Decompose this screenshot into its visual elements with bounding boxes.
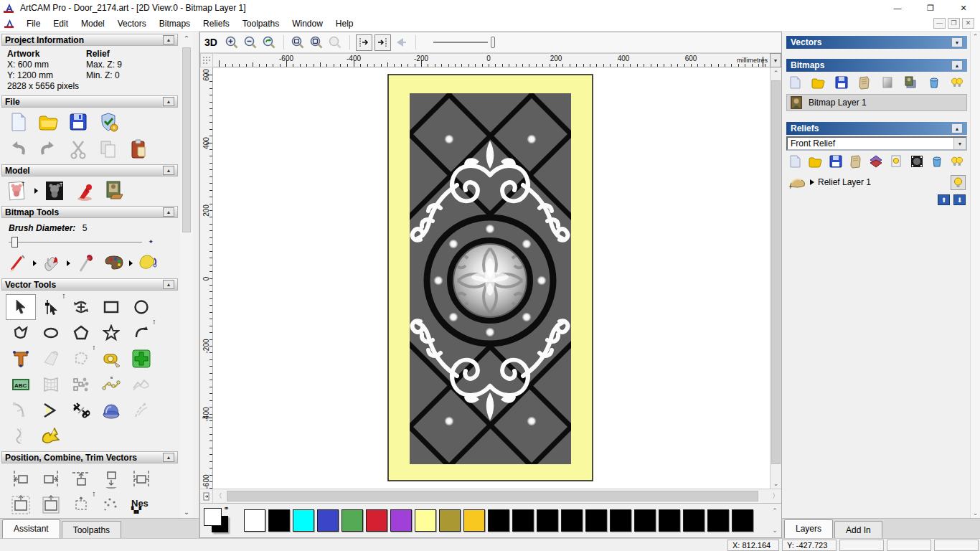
- trim-vectors-tool[interactable]: [66, 397, 96, 423]
- palette-swatch-15[interactable]: [610, 509, 631, 532]
- tab-assistant[interactable]: Assistant: [2, 519, 60, 538]
- menu-item-edit[interactable]: Edit: [47, 16, 75, 31]
- primary-secondary-colours[interactable]: ⚭: [204, 507, 234, 535]
- new-relief-layer-icon[interactable]: [788, 154, 802, 169]
- save-bitmap-layer-icon[interactable]: [834, 75, 849, 90]
- chevron-down-icon[interactable]: ▼: [953, 138, 966, 149]
- scroll-up-icon[interactable]: ⌃: [973, 33, 979, 40]
- palette-swatch-6[interactable]: [390, 509, 412, 532]
- menu-item-bitmaps[interactable]: Bitmaps: [153, 16, 197, 31]
- create-polyline-tool[interactable]: [6, 320, 36, 346]
- fit-curve-tool[interactable]: [96, 372, 126, 397]
- scatter-copies-tool[interactable]: *: [96, 492, 126, 518]
- menu-item-toolpaths[interactable]: Toolpaths: [236, 16, 286, 31]
- tab-add-in[interactable]: Add In: [834, 521, 882, 538]
- scroll-up-icon[interactable]: ⌃: [184, 33, 189, 44]
- relief-greyscale-icon[interactable]: [910, 154, 924, 169]
- bitmap-layer-item[interactable]: Bitmap Layer 1: [786, 94, 967, 111]
- scroll-up-icon[interactable]: ⌃: [771, 67, 781, 78]
- colour-picker-icon[interactable]: [75, 253, 96, 274]
- two-rail-sweep-tool[interactable]: [126, 397, 156, 423]
- delete-bitmap-layer-icon[interactable]: [927, 75, 941, 90]
- join-vectors-tool[interactable]: [36, 397, 66, 423]
- scroll-down-icon[interactable]: ⌄: [184, 507, 189, 518]
- measure-tool[interactable]: [96, 346, 126, 372]
- relief-select-dropdown[interactable]: Front Relief ▼: [786, 136, 967, 151]
- ruler-origin-button[interactable]: [200, 53, 213, 67]
- collapse-button[interactable]: ▲: [163, 280, 174, 289]
- zoom-in-button[interactable]: [224, 34, 240, 51]
- tab-layers[interactable]: Layers: [784, 519, 833, 538]
- bitmap-fill-icon[interactable]: [137, 253, 159, 274]
- colour-palette-icon[interactable]: [103, 253, 125, 274]
- collapse-button[interactable]: ▲: [163, 453, 174, 462]
- palette-swatch-16[interactable]: [634, 509, 656, 532]
- palette-swatch-7[interactable]: [415, 509, 436, 532]
- paste-relief-icon[interactable]: [849, 154, 863, 169]
- centre-in-page-y-tool[interactable]: [36, 492, 66, 518]
- palette-swatch-4[interactable]: [341, 509, 363, 532]
- zoom-previous-button[interactable]: [261, 34, 278, 51]
- profile-tool[interactable]: [6, 423, 36, 449]
- menu-item-help[interactable]: Help: [329, 16, 360, 31]
- canvas-horizontal-scrollbar[interactable]: 〈 〉: [213, 489, 781, 503]
- palette-swatch-20[interactable]: [732, 509, 753, 532]
- collapse-button[interactable]: ▲: [163, 207, 174, 217]
- bitmap-preview-icon[interactable]: [903, 75, 918, 90]
- fillet-tool[interactable]: [6, 397, 36, 423]
- zoom-out-button[interactable]: [242, 34, 259, 51]
- centre-in-page-tool[interactable]: [6, 492, 36, 518]
- create-rectangle-tool[interactable]: [96, 294, 126, 320]
- collapse-button[interactable]: ▲: [163, 166, 174, 175]
- scroll-down-icon[interactable]: ⌄: [772, 527, 778, 534]
- palette-swatch-12[interactable]: [537, 509, 558, 532]
- move-layer-down-button[interactable]: ⬇: [953, 194, 966, 205]
- scroll-down-icon[interactable]: ⌄: [771, 478, 781, 489]
- flood-fill-icon[interactable]: [41, 253, 62, 274]
- switch-3d-view-button[interactable]: 3D: [204, 37, 217, 48]
- primary-colour-swatch[interactable]: [204, 508, 222, 526]
- scroll-down-icon[interactable]: ⌄: [973, 509, 979, 517]
- palette-swatch-5[interactable]: [366, 509, 387, 532]
- palette-swatch-0[interactable]: [244, 509, 265, 532]
- mdi-minimize-button[interactable]: —: [933, 18, 946, 29]
- new-bitmap-layer-icon[interactable]: [788, 75, 802, 90]
- paste-centre-tool[interactable]: ⊺: [66, 492, 96, 518]
- save-model-icon[interactable]: [67, 111, 89, 133]
- menu-item-vectors[interactable]: Vectors: [111, 16, 153, 31]
- transform-vectors-tool[interactable]: [66, 294, 96, 320]
- 2d-view-canvas[interactable]: [213, 67, 770, 489]
- zoom-fit-button[interactable]: [290, 34, 306, 51]
- tab-toolpaths[interactable]: Toolpaths: [62, 521, 121, 538]
- move-layer-up-button[interactable]: ⬆: [938, 194, 950, 205]
- smooth-vectors-tool[interactable]: [126, 372, 156, 397]
- open-bitmap-layer-icon[interactable]: [811, 75, 825, 90]
- snap-grid-toggle-button[interactable]: [374, 34, 391, 51]
- palette-swatch-19[interactable]: [707, 509, 729, 532]
- redo-icon[interactable]: [37, 138, 59, 160]
- flyout-arrow-icon[interactable]: [33, 260, 37, 266]
- scrollbar-thumb[interactable]: [227, 491, 758, 501]
- menu-item-model[interactable]: Model: [75, 16, 111, 31]
- snap-toggle-button[interactable]: [356, 34, 372, 51]
- palette-swatch-18[interactable]: [683, 509, 705, 532]
- scroll-right-icon[interactable]: 〉: [770, 489, 781, 503]
- envelope-distort-tool[interactable]: [36, 372, 66, 397]
- model-properties-icon[interactable]: [98, 111, 119, 133]
- flyout-arrow-icon[interactable]: [67, 260, 70, 266]
- open-model-icon[interactable]: [37, 111, 59, 133]
- paste-bitmap-icon[interactable]: [857, 75, 872, 90]
- wrap-ornament-tool[interactable]: [36, 423, 66, 449]
- create-text-tool[interactable]: [6, 346, 36, 372]
- greyscale-preview-icon[interactable]: T: [7, 180, 29, 202]
- canvas-vertical-scrollbar[interactable]: ⌃ ⌄: [770, 67, 781, 489]
- open-relief-layer-icon[interactable]: [808, 154, 822, 169]
- create-polygon-tool[interactable]: [66, 320, 96, 346]
- trim-polygon-tool[interactable]: ⊺: [66, 346, 96, 372]
- scrollbar-thumb[interactable]: [771, 80, 781, 464]
- mdi-close-button[interactable]: ✕: [962, 18, 974, 29]
- toggle-all-visibility-icon[interactable]: [950, 154, 964, 169]
- block-copy-tool[interactable]: [126, 346, 156, 372]
- align-centre-tool[interactable]: [126, 466, 156, 492]
- expand-button[interactable]: ▼: [951, 37, 963, 47]
